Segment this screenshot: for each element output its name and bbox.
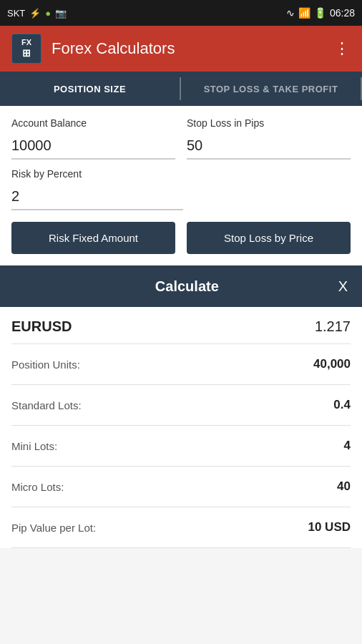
position-units-label: Position Units:	[11, 358, 80, 371]
status-right: ∿ 📶 🔋 06:28	[286, 7, 355, 19]
mini-lots-value: 4	[344, 439, 351, 453]
status-bar: SKT ⚡ ● 📷 ∿ 📶 🔋 06:28	[0, 0, 362, 26]
stop-loss-pips-group: Stop Loss in Pips	[187, 117, 351, 160]
status-left: SKT ⚡ ● 📷	[7, 8, 67, 19]
position-units-row: Position Units: 40,000	[11, 344, 351, 385]
account-balance-group: Account Balance	[11, 117, 175, 160]
usb-icon: ⚡	[29, 8, 41, 19]
calculate-label: Calculate	[36, 278, 338, 295]
tab-position-size[interactable]: POSITION SIZE	[0, 72, 180, 106]
standard-lots-value: 0.4	[333, 398, 351, 412]
standard-lots-label: Standard Lots:	[11, 399, 82, 411]
app-icon-fx: FX	[21, 38, 31, 47]
pip-value-label: Pip Value per Lot:	[11, 522, 96, 534]
stop-loss-pips-input[interactable]	[187, 133, 351, 160]
micro-lots-value: 40	[337, 479, 351, 494]
pip-value-row: Pip Value per Lot: 10 USD	[11, 507, 351, 548]
tab-stop-loss-label: STOP LOSS & TAKE PROFIT	[204, 84, 338, 94]
currency-pair-row: EURUSD 1.217	[11, 307, 351, 344]
app-bar-menu-button[interactable]: ⋮	[334, 39, 351, 58]
app-bar-left: FX ⊞ Forex Calculators	[11, 34, 175, 64]
mini-lots-row: Mini Lots: 4	[11, 426, 351, 467]
pip-value-value: 10 USD	[308, 520, 351, 535]
form-content: Account Balance Stop Loss in Pips Risk b…	[0, 106, 362, 265]
standard-lots-row: Standard Lots: 0.4	[11, 385, 351, 426]
micro-lots-label: Micro Lots:	[11, 481, 64, 493]
account-balance-label: Account Balance	[11, 117, 175, 129]
risk-fixed-amount-button[interactable]: Risk Fixed Amount	[11, 222, 175, 254]
risk-percent-label: Risk by Percent	[11, 168, 351, 180]
app-title: Forex Calculators	[52, 39, 175, 58]
micro-lots-row: Micro Lots: 40	[11, 467, 351, 507]
app-bar: FX ⊞ Forex Calculators ⋮	[0, 26, 362, 72]
mini-lots-label: Mini Lots:	[11, 440, 57, 452]
results-section: EURUSD 1.217 Position Units: 40,000 Stan…	[0, 307, 362, 548]
app-icon: FX ⊞	[11, 34, 41, 64]
tab-position-size-label: POSITION SIZE	[54, 84, 126, 94]
wifi-icon: ∿	[286, 7, 295, 19]
tab-stop-loss[interactable]: STOP LOSS & TAKE PROFIT	[181, 72, 361, 106]
risk-percent-group: Risk by Percent	[11, 168, 351, 210]
account-balance-input[interactable]	[11, 133, 175, 160]
risk-percent-input[interactable]	[11, 184, 183, 210]
stop-loss-by-price-button[interactable]: Stop Loss by Price	[187, 222, 351, 254]
stop-loss-pips-label: Stop Loss in Pips	[187, 117, 351, 129]
calculate-bar: Calculate X	[0, 265, 362, 307]
position-units-value: 40,000	[313, 357, 351, 371]
input-row-top: Account Balance Stop Loss in Pips	[11, 117, 351, 160]
tab-bar: POSITION SIZE STOP LOSS & TAKE PROFIT	[0, 72, 362, 106]
location-icon: ●	[45, 8, 51, 19]
time-text: 06:28	[330, 7, 355, 19]
carrier-text: SKT	[7, 8, 25, 19]
signal-icon: 📶	[298, 7, 310, 19]
action-buttons-row: Risk Fixed Amount Stop Loss by Price	[11, 222, 351, 265]
currency-pair-name: EURUSD	[11, 318, 72, 335]
battery-icon: 🔋	[314, 7, 326, 19]
currency-pair-value: 1.217	[315, 318, 351, 335]
camera-icon: 📷	[55, 8, 67, 19]
calculate-x-button[interactable]: X	[338, 278, 348, 295]
app-icon-grid: ⊞	[21, 47, 31, 59]
